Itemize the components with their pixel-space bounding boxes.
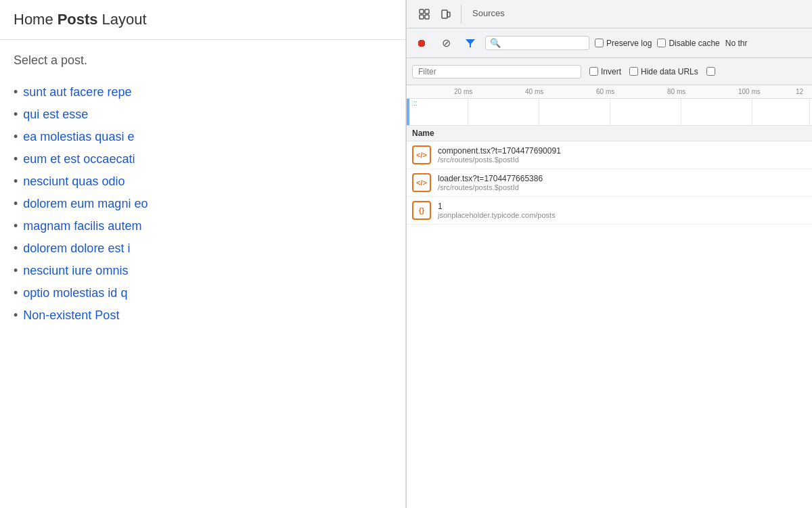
breadcrumb: Home Posts Layout [0,0,405,40]
name-column-header: Name [407,126,812,141]
network-item[interactable]: {}1jsonplaceholder.typicode.com/posts [407,197,812,225]
breadcrumb-posts: Posts [58,11,98,28]
invert-check[interactable] [589,67,598,76]
select-post-prompt: Select a post. [0,40,405,74]
json-icon: {} [412,201,431,220]
disable-cache-check[interactable] [657,39,666,47]
list-item: qui est esse [14,103,392,126]
timeline-label: 80 ms [667,88,685,95]
network-item[interactable]: </>loader.tsx?t=1704477665386/src/routes… [407,169,812,197]
record-button[interactable]: ⏺ [412,34,431,53]
list-item: ea molestias quasi e [14,126,392,148]
breadcrumb-home: Home [14,11,53,28]
left-panel: Home Posts Layout Select a post. sunt au… [0,0,406,508]
post-link[interactable]: eum et est occaecati [23,152,135,166]
post-link[interactable]: optio molestias id q [23,286,127,300]
network-item-info: component.tsx?t=1704477690091/src/routes… [438,146,807,164]
network-list: </>component.tsx?t=1704477690091/src/rou… [407,141,812,508]
list-item: sunt aut facere repe [14,81,392,103]
post-link[interactable]: nesciunt iure omnis [23,264,128,278]
timeline-vline [809,99,810,125]
timeline-blue-bar [407,99,409,125]
devtools-toolbar: ⏺ ⊘ 🔍 Preserve log Disable cache No thr [407,28,812,58]
post-link[interactable]: magnam facilis autem [23,219,141,233]
timeline-grid [407,99,812,125]
timeline-label: 20 ms [454,88,472,95]
timeline-vline [468,99,468,125]
tab-sources[interactable]: Sources [464,0,517,28]
network-item-info: 1jsonplaceholder.typicode.com/posts [438,202,807,219]
preserve-log-checkbox[interactable]: Preserve log [595,39,652,48]
devtools-timeline: 20 ms40 ms60 ms80 ms100 ms12 :: [407,85,812,126]
network-item-name: loader.tsx?t=1704477665386 [438,174,807,183]
list-item: nesciunt iure omnis [14,260,392,282]
list-item: dolorem dolore est i [14,237,392,260]
svg-rect-3 [425,15,429,19]
network-item-path: /src/routes/posts.$postId [438,183,807,191]
timeline-labels: 20 ms40 ms60 ms80 ms100 ms12 [407,85,812,99]
devtools-tab-bar: ElementsConsoleSourcesNetworkApp [407,0,812,28]
svg-rect-1 [425,9,429,14]
svg-rect-4 [442,10,447,18]
post-list: sunt aut facere repequi est esseea moles… [0,74,405,333]
inspect-icon[interactable] [415,5,434,24]
toolbar-search: 🔍 [485,36,589,50]
timeline-vline [681,99,681,125]
network-item-path: jsonplaceholder.typicode.com/posts [438,211,807,219]
timeline-vline [752,99,752,125]
network-item[interactable]: </>component.tsx?t=1704477690091/src/rou… [407,141,812,169]
svg-rect-0 [420,9,424,14]
post-link[interactable]: nesciunt quas odio [23,175,125,189]
no-thr-checkbox[interactable]: No thr [725,39,748,48]
list-item: nesciunt quas odio [14,170,392,193]
list-item: optio molestias id q [14,282,392,304]
network-item-info: loader.tsx?t=1704477665386/src/routes/po… [438,174,807,191]
filter-input-wrap [412,65,581,78]
tsx-icon: </> [412,145,431,164]
network-item-name: component.tsx?t=1704477690091 [438,146,807,156]
timeline-indicator: :: [413,100,418,107]
extra-filter-check[interactable] [706,67,715,76]
svg-marker-6 [466,39,475,47]
post-link[interactable]: Non-existent Post [23,308,119,323]
extra-filter-checkbox[interactable] [706,67,715,76]
devtools-panel: ElementsConsoleSourcesNetworkApp ⏺ ⊘ 🔍 P… [406,0,812,508]
timeline-vline [610,99,610,125]
list-item: dolorem eum magni eo [14,193,392,215]
invert-checkbox[interactable]: Invert [589,67,621,76]
post-link[interactable]: qui est esse [23,108,88,122]
svg-rect-2 [420,15,424,19]
post-link[interactable]: ea molestias quasi e [23,130,134,144]
toolbar-search-input[interactable] [503,39,585,48]
filter-button[interactable] [461,34,480,53]
clear-button[interactable]: ⊘ [436,34,455,53]
disable-cache-checkbox[interactable]: Disable cache [657,39,719,48]
timeline-label: 12 [796,88,803,95]
timeline-label: 100 ms [738,88,761,95]
svg-rect-5 [447,12,450,17]
filter-input[interactable] [418,67,575,76]
preserve-log-check[interactable] [595,39,604,47]
tsx-icon: </> [412,173,431,192]
post-link[interactable]: dolorem eum magni eo [23,197,148,211]
hide-data-urls-checkbox[interactable]: Hide data URLs [629,67,698,76]
devtools-icons [409,5,461,24]
hide-data-urls-check[interactable] [629,67,638,76]
devtools-filter-bar: Invert Hide data URLs [407,58,812,85]
timeline-label: 60 ms [596,88,614,95]
device-icon[interactable] [436,5,455,24]
search-icon: 🔍 [490,38,501,48]
post-link[interactable]: dolorem dolore est i [23,241,130,256]
list-item: eum et est occaecati [14,148,392,170]
breadcrumb-layout: Layout [102,11,147,28]
post-link[interactable]: sunt aut facere repe [23,85,131,99]
timeline-label: 40 ms [525,88,543,95]
list-item: magnam facilis autem [14,215,392,237]
list-item: Non-existent Post [14,304,392,327]
network-item-name: 1 [438,202,807,211]
timeline-vline [539,99,539,125]
network-item-path: /src/routes/posts.$postId [438,156,807,164]
